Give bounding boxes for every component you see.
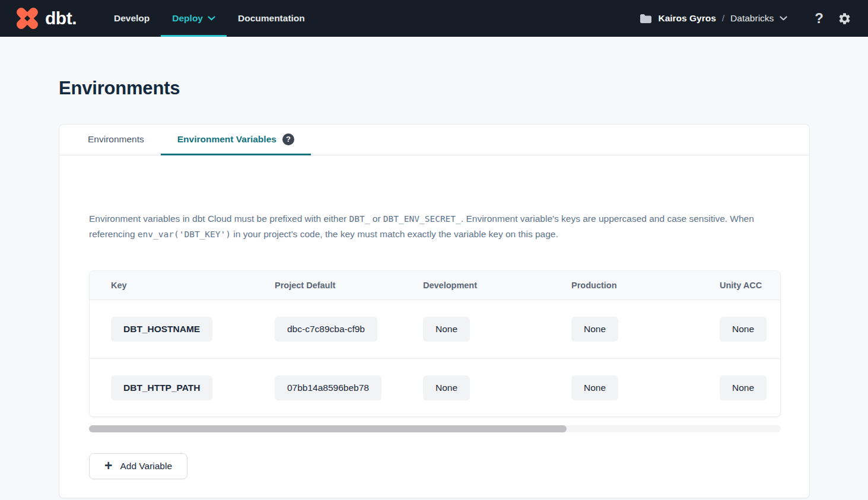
cell-development: None	[402, 375, 550, 400]
tab-environments[interactable]: Environments	[71, 125, 161, 155]
tab-environment-variables[interactable]: Environment Variables ?	[161, 125, 311, 155]
column-header-development: Development	[402, 271, 550, 300]
card-body: Environment variables in dbt Cloud must …	[59, 155, 809, 498]
nav-item-documentation[interactable]: Documentation	[227, 0, 316, 37]
page-title: Environments	[59, 76, 810, 101]
code-dbt-prefix: DBT_	[349, 214, 370, 224]
primary-nav: Develop Deploy Documentation	[103, 0, 316, 37]
cell-project-default: 07bb14a8596beb78	[253, 375, 402, 400]
environment-variables-table: Key Project Default Development Producti…	[89, 270, 781, 417]
table-header-row: Key Project Default Development Producti…	[90, 271, 780, 300]
help-circle-icon[interactable]: ?	[282, 133, 294, 145]
tab-bar: Environments Environment Variables ?	[59, 125, 809, 155]
project-name: Kairos Gyros	[658, 13, 716, 24]
nav-item-deploy[interactable]: Deploy	[161, 0, 227, 37]
chevron-down-icon	[208, 16, 215, 21]
question-mark-icon: ?	[815, 10, 824, 26]
column-header-production: Production	[550, 271, 698, 300]
topnav-right: Kairos Gyros / Databricks ?	[640, 0, 854, 37]
chevron-down-icon	[780, 16, 787, 21]
variable-key-chip[interactable]: DBT_HOSTNAME	[111, 317, 212, 342]
cell-key: DBT_HOSTNAME	[90, 317, 253, 342]
cell-production: None	[550, 317, 698, 342]
variable-key-chip[interactable]: DBT_HTTP_PATH	[111, 375, 212, 400]
cell-development: None	[402, 317, 550, 342]
horizontal-scrollbar-track[interactable]	[89, 425, 781, 432]
code-env-var-example: env_var('DBT_KEY')	[138, 230, 231, 239]
column-header-key: Key	[90, 271, 253, 300]
column-header-project-default: Project Default	[253, 271, 402, 300]
environments-card: Environments Environment Variables ? Env…	[59, 124, 810, 498]
horizontal-scrollbar-thumb[interactable]	[89, 425, 567, 432]
development-value-chip[interactable]: None	[423, 375, 470, 400]
add-variable-button[interactable]: + Add Variable	[89, 453, 187, 479]
table-row: DBT_HOSTNAME dbc-c7c89cba-cf9b None None…	[90, 300, 780, 358]
gear-icon	[838, 12, 851, 26]
dbt-logo-icon	[15, 6, 40, 31]
cell-production: None	[550, 375, 698, 400]
page-content: Environments Environments Environment Va…	[0, 37, 868, 498]
settings-button[interactable]	[835, 12, 854, 26]
plus-icon: +	[104, 459, 112, 473]
help-button[interactable]: ?	[809, 11, 829, 26]
cell-project-default: dbc-c7c89cba-cf9b	[253, 317, 402, 342]
environment-name: Databricks	[730, 13, 774, 24]
production-value-chip[interactable]: None	[571, 375, 618, 400]
table-row: DBT_HTTP_PATH 07bb14a8596beb78 None None…	[90, 358, 780, 416]
unity-acc-value-chip[interactable]: None	[720, 375, 767, 400]
production-value-chip[interactable]: None	[571, 317, 618, 342]
add-variable-label: Add Variable	[120, 461, 172, 472]
project-default-chip[interactable]: 07bb14a8596beb78	[275, 375, 381, 400]
cell-key: DBT_HTTP_PATH	[90, 375, 253, 400]
top-navigation: dbt. Develop Deploy Documentation Kairos…	[0, 0, 868, 37]
nav-item-develop[interactable]: Develop	[103, 0, 161, 37]
cell-unity-acc: None	[698, 317, 780, 342]
dbt-logo-text: dbt.	[45, 8, 77, 28]
cell-unity-acc: None	[698, 375, 780, 400]
unity-acc-value-chip[interactable]: None	[720, 317, 767, 342]
dbt-logo[interactable]: dbt.	[15, 0, 77, 37]
development-value-chip[interactable]: None	[423, 317, 470, 342]
code-dbt-env-secret-prefix: DBT_ENV_SECRET_	[383, 214, 461, 224]
project-default-chip[interactable]: dbc-c7c89cba-cf9b	[275, 317, 377, 342]
project-selector[interactable]: Kairos Gyros / Databricks	[640, 13, 787, 24]
env-var-description: Environment variables in dbt Cloud must …	[89, 211, 780, 242]
folder-icon	[640, 14, 652, 24]
crumb-separator: /	[722, 13, 724, 24]
column-header-unity-acc: Unity ACC	[698, 271, 780, 300]
